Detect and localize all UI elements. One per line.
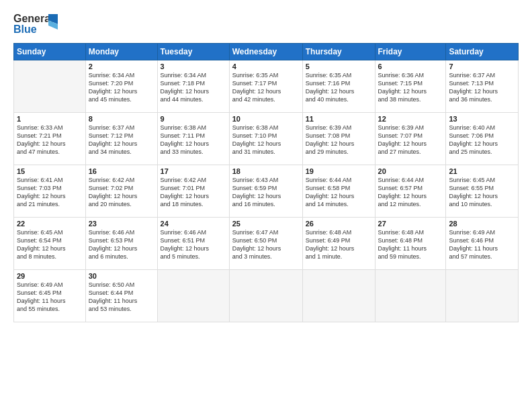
day-number: 13 xyxy=(449,115,515,123)
col-header-friday: Friday xyxy=(375,44,446,60)
calendar-cell: 3Sunrise: 6:34 AM Sunset: 7:18 PM Daylig… xyxy=(157,60,229,113)
col-header-saturday: Saturday xyxy=(446,44,519,60)
cell-content: Sunrise: 6:37 AM Sunset: 7:12 PM Dayligh… xyxy=(89,124,154,156)
calendar-cell: 25Sunrise: 6:47 AM Sunset: 6:50 PM Dayli… xyxy=(229,218,302,270)
calendar-week-3: 22Sunrise: 6:45 AM Sunset: 6:54 PM Dayli… xyxy=(14,218,519,270)
calendar-cell xyxy=(157,270,229,322)
calendar-cell: 20Sunrise: 6:44 AM Sunset: 6:57 PM Dayli… xyxy=(375,165,446,218)
cell-content: Sunrise: 6:41 AM Sunset: 7:03 PM Dayligh… xyxy=(17,176,83,209)
cell-content: Sunrise: 6:49 AM Sunset: 6:45 PM Dayligh… xyxy=(17,281,83,314)
calendar-cell: 22Sunrise: 6:45 AM Sunset: 6:54 PM Dayli… xyxy=(14,218,86,270)
cell-content: Sunrise: 6:35 AM Sunset: 7:17 PM Dayligh… xyxy=(232,71,300,104)
col-header-tuesday: Tuesday xyxy=(157,44,229,60)
day-number: 5 xyxy=(306,62,372,71)
cell-content: Sunrise: 6:42 AM Sunset: 7:01 PM Dayligh… xyxy=(161,176,226,209)
cell-content: Sunrise: 6:34 AM Sunset: 7:18 PM Dayligh… xyxy=(161,71,226,104)
svg-text:Blue: Blue xyxy=(13,24,37,35)
header: GeneralBlue xyxy=(13,11,519,38)
day-number: 6 xyxy=(378,62,443,71)
calendar-week-1: 1Sunrise: 6:33 AM Sunset: 7:21 PM Daylig… xyxy=(14,113,519,165)
svg-text:General: General xyxy=(13,13,54,24)
col-header-monday: Monday xyxy=(85,44,157,60)
day-number: 22 xyxy=(17,220,83,228)
calendar-cell xyxy=(14,60,86,113)
day-number: 17 xyxy=(161,167,226,175)
calendar: SundayMondayTuesdayWednesdayThursdayFrid… xyxy=(13,43,519,322)
col-header-sunday: Sunday xyxy=(14,44,86,60)
day-number: 12 xyxy=(378,115,443,123)
day-number: 18 xyxy=(232,167,300,175)
day-number: 25 xyxy=(232,220,300,228)
day-number: 20 xyxy=(378,167,443,175)
day-number: 19 xyxy=(306,167,372,175)
cell-content: Sunrise: 6:42 AM Sunset: 7:02 PM Dayligh… xyxy=(89,176,154,209)
calendar-cell: 24Sunrise: 6:46 AM Sunset: 6:51 PM Dayli… xyxy=(157,218,229,270)
cell-content: Sunrise: 6:39 AM Sunset: 7:07 PM Dayligh… xyxy=(378,124,443,156)
cell-content: Sunrise: 6:37 AM Sunset: 7:13 PM Dayligh… xyxy=(449,71,515,104)
calendar-week-4: 29Sunrise: 6:49 AM Sunset: 6:45 PM Dayli… xyxy=(14,270,519,322)
calendar-cell: 29Sunrise: 6:49 AM Sunset: 6:45 PM Dayli… xyxy=(14,270,86,322)
col-header-wednesday: Wednesday xyxy=(229,44,302,60)
calendar-cell: 15Sunrise: 6:41 AM Sunset: 7:03 PM Dayli… xyxy=(14,165,86,218)
calendar-week-2: 15Sunrise: 6:41 AM Sunset: 7:03 PM Dayli… xyxy=(14,165,519,218)
calendar-cell xyxy=(302,270,375,322)
calendar-cell: 16Sunrise: 6:42 AM Sunset: 7:02 PM Dayli… xyxy=(85,165,157,218)
day-number: 21 xyxy=(449,167,515,175)
page: GeneralBlue SundayMondayTuesdayWednesday… xyxy=(0,0,532,411)
calendar-cell: 9Sunrise: 6:38 AM Sunset: 7:11 PM Daylig… xyxy=(157,113,229,165)
calendar-cell: 8Sunrise: 6:37 AM Sunset: 7:12 PM Daylig… xyxy=(85,113,157,165)
calendar-cell: 13Sunrise: 6:40 AM Sunset: 7:06 PM Dayli… xyxy=(446,113,519,165)
cell-content: Sunrise: 6:40 AM Sunset: 7:06 PM Dayligh… xyxy=(449,124,515,156)
cell-content: Sunrise: 6:35 AM Sunset: 7:16 PM Dayligh… xyxy=(306,71,372,104)
day-number: 29 xyxy=(17,272,83,280)
cell-content: Sunrise: 6:34 AM Sunset: 7:20 PM Dayligh… xyxy=(89,71,154,104)
cell-content: Sunrise: 6:39 AM Sunset: 7:08 PM Dayligh… xyxy=(306,124,372,156)
cell-content: Sunrise: 6:48 AM Sunset: 6:48 PM Dayligh… xyxy=(378,228,443,261)
calendar-cell: 28Sunrise: 6:49 AM Sunset: 6:46 PM Dayli… xyxy=(446,218,519,270)
calendar-cell xyxy=(446,270,519,322)
day-number: 7 xyxy=(449,62,515,71)
calendar-cell: 23Sunrise: 6:46 AM Sunset: 6:53 PM Dayli… xyxy=(85,218,157,270)
day-number: 27 xyxy=(378,220,443,228)
day-number: 16 xyxy=(89,167,154,175)
logo: GeneralBlue xyxy=(13,11,60,38)
calendar-header-row: SundayMondayTuesdayWednesdayThursdayFrid… xyxy=(14,44,519,60)
calendar-cell: 18Sunrise: 6:43 AM Sunset: 6:59 PM Dayli… xyxy=(229,165,302,218)
day-number: 24 xyxy=(161,220,226,228)
day-number: 28 xyxy=(449,220,515,228)
day-number: 30 xyxy=(89,272,154,280)
calendar-cell: 27Sunrise: 6:48 AM Sunset: 6:48 PM Dayli… xyxy=(375,218,446,270)
calendar-cell: 2Sunrise: 6:34 AM Sunset: 7:20 PM Daylig… xyxy=(85,60,157,113)
calendar-cell: 19Sunrise: 6:44 AM Sunset: 6:58 PM Dayli… xyxy=(302,165,375,218)
calendar-cell: 12Sunrise: 6:39 AM Sunset: 7:07 PM Dayli… xyxy=(375,113,446,165)
calendar-cell xyxy=(229,270,302,322)
day-number: 2 xyxy=(89,62,154,71)
day-number: 10 xyxy=(232,115,300,123)
calendar-cell: 17Sunrise: 6:42 AM Sunset: 7:01 PM Dayli… xyxy=(157,165,229,218)
calendar-cell: 30Sunrise: 6:50 AM Sunset: 6:44 PM Dayli… xyxy=(85,270,157,322)
cell-content: Sunrise: 6:36 AM Sunset: 7:15 PM Dayligh… xyxy=(378,71,443,104)
calendar-cell: 5Sunrise: 6:35 AM Sunset: 7:16 PM Daylig… xyxy=(302,60,375,113)
day-number: 11 xyxy=(306,115,372,123)
calendar-cell: 6Sunrise: 6:36 AM Sunset: 7:15 PM Daylig… xyxy=(375,60,446,113)
cell-content: Sunrise: 6:45 AM Sunset: 6:55 PM Dayligh… xyxy=(449,176,515,209)
cell-content: Sunrise: 6:47 AM Sunset: 6:50 PM Dayligh… xyxy=(232,228,300,261)
cell-content: Sunrise: 6:46 AM Sunset: 6:53 PM Dayligh… xyxy=(89,228,154,261)
cell-content: Sunrise: 6:46 AM Sunset: 6:51 PM Dayligh… xyxy=(161,228,226,261)
calendar-cell xyxy=(375,270,446,322)
cell-content: Sunrise: 6:48 AM Sunset: 6:49 PM Dayligh… xyxy=(306,228,372,261)
calendar-cell: 10Sunrise: 6:38 AM Sunset: 7:10 PM Dayli… xyxy=(229,113,302,165)
day-number: 3 xyxy=(161,62,226,71)
day-number: 9 xyxy=(161,115,226,123)
calendar-cell: 26Sunrise: 6:48 AM Sunset: 6:49 PM Dayli… xyxy=(302,218,375,270)
calendar-cell: 11Sunrise: 6:39 AM Sunset: 7:08 PM Dayli… xyxy=(302,113,375,165)
day-number: 26 xyxy=(306,220,372,228)
day-number: 1 xyxy=(17,115,83,123)
cell-content: Sunrise: 6:44 AM Sunset: 6:57 PM Dayligh… xyxy=(378,176,443,209)
day-number: 15 xyxy=(17,167,83,175)
logo-svg: GeneralBlue xyxy=(13,11,60,38)
cell-content: Sunrise: 6:44 AM Sunset: 6:58 PM Dayligh… xyxy=(306,176,372,209)
day-number: 8 xyxy=(89,115,154,123)
calendar-cell: 21Sunrise: 6:45 AM Sunset: 6:55 PM Dayli… xyxy=(446,165,519,218)
day-number: 4 xyxy=(232,62,300,71)
